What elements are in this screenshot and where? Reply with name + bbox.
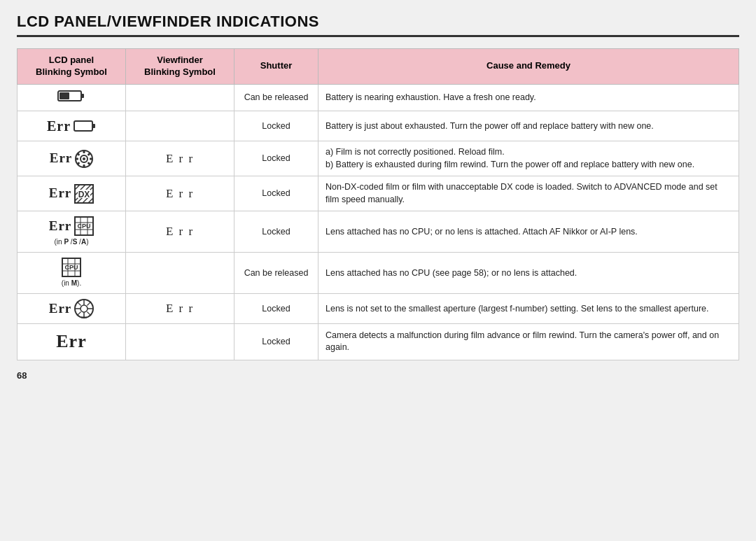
table-row: Err Locked Battery is just about exhaust… <box>18 111 739 141</box>
lcd-symbol-cell: Err min <box>18 294 126 324</box>
cpu-m-icon: CPU <box>62 258 81 277</box>
svg-rect-8 <box>83 150 85 153</box>
cause-cell: Lens is not set to the smallest aperture… <box>318 294 739 324</box>
svg-text:min: min <box>81 315 87 319</box>
table-row: Err min <box>18 294 739 324</box>
mode-label: (in P /S /A) <box>55 237 89 247</box>
cause-cell: Battery is just about exhausted. Turn th… <box>318 111 739 141</box>
battery-low-icon <box>57 90 85 102</box>
svg-rect-9 <box>83 164 85 167</box>
svg-text:DX: DX <box>78 190 90 199</box>
err-vf-icon: E r r <box>166 302 194 315</box>
table-row: Err Locked Camera detects a malfunction … <box>18 324 739 360</box>
cause-cell: Camera detects a malfunction during film… <box>318 324 739 360</box>
cause-cell: a) Film is not correctly positioned. Rel… <box>318 141 739 176</box>
lcd-symbol-cell: Err <box>18 141 126 176</box>
page-number: 68 <box>17 370 739 381</box>
err-text-icon: Err <box>47 116 71 136</box>
shutter-cell: Locked <box>234 294 318 324</box>
shutter-cell: Locked <box>234 111 318 141</box>
shutter-cell: Locked <box>234 324 318 360</box>
vf-symbol-cell <box>126 111 234 141</box>
lcd-symbol-cell: CPU (in M). <box>18 253 126 294</box>
svg-line-45 <box>88 302 92 306</box>
err-text-icon: Err <box>49 217 72 236</box>
vf-symbol-cell: E r r <box>126 176 234 211</box>
err-text-icon: Err <box>50 149 73 168</box>
table-row: Err <box>18 141 739 176</box>
lcd-symbol-cell <box>18 84 126 111</box>
err-plain-icon: Err <box>56 331 86 351</box>
lcd-symbol-cell: Err <box>18 111 126 141</box>
svg-line-44 <box>88 312 92 316</box>
lcd-symbol-cell: Err <box>18 324 126 360</box>
page-title: LCD PANEL/VIEWFINDER INDICATIONS <box>17 13 739 37</box>
vf-symbol-cell <box>126 253 234 294</box>
vf-symbol-cell: E r r <box>126 211 234 253</box>
shutter-cell: Locked <box>234 176 318 211</box>
film-icon <box>75 150 93 168</box>
err-vf-icon: E r r <box>166 187 194 200</box>
table-row: Err CPU (in <box>18 211 739 253</box>
col-header-shutter: Shutter <box>234 49 318 85</box>
svg-point-7 <box>83 157 85 160</box>
vf-symbol-cell: E r r <box>126 294 234 324</box>
table-row: CPU (in M). Can be released Lens attache… <box>18 253 739 294</box>
page-container: LCD PANEL/VIEWFINDER INDICATIONS LCD pan… <box>0 0 756 541</box>
svg-line-17 <box>75 185 80 190</box>
cause-cell: Lens attached has no CPU (see page 58); … <box>318 253 739 294</box>
vf-symbol-cell <box>126 84 234 111</box>
svg-rect-4 <box>92 124 95 128</box>
svg-text:CPU: CPU <box>78 223 91 230</box>
shutter-cell: Locked <box>234 141 318 176</box>
cause-cell: Battery is nearing exhaustion. Have a fr… <box>318 84 739 111</box>
svg-point-38 <box>80 305 88 312</box>
svg-line-43 <box>77 302 81 306</box>
vf-symbol-cell: E r r <box>126 141 234 176</box>
cause-cell: Lens attached has no CPU; or no lens is … <box>318 211 739 253</box>
battery-empty-icon <box>74 120 96 132</box>
err-text-icon: Err <box>49 184 72 203</box>
cpu-icon: CPU <box>74 216 94 236</box>
vf-symbol-cell <box>126 324 234 360</box>
indications-table: LCD panel Blinking Symbol Viewfinder Bli… <box>17 48 739 360</box>
shutter-cell: Can be released <box>234 253 318 294</box>
dx-icon: DX <box>74 184 94 204</box>
err-text-icon: Err <box>49 300 72 318</box>
err-vf-icon: E r r <box>166 152 194 165</box>
table-row: Can be released Battery is nearing exhau… <box>18 84 739 111</box>
svg-rect-2 <box>59 92 69 99</box>
shutter-cell: Locked <box>234 211 318 253</box>
svg-rect-3 <box>74 121 92 131</box>
svg-rect-11 <box>90 157 92 160</box>
svg-text:CPU: CPU <box>64 264 78 271</box>
col-header-lcd: LCD panel Blinking Symbol <box>18 49 126 85</box>
col-header-cause: Cause and Remedy <box>318 49 739 85</box>
lcd-symbol-cell: Err CPU (in <box>18 211 126 253</box>
shutter-cell: Can be released <box>234 84 318 111</box>
svg-rect-10 <box>76 157 78 160</box>
svg-rect-1 <box>81 94 84 98</box>
mode-label-m: (in M). <box>62 279 81 288</box>
table-row: Err DX <box>18 176 739 211</box>
cause-cell: Non-DX-coded film or film with unaccepta… <box>318 176 739 211</box>
aperture-icon: min <box>74 299 94 318</box>
svg-line-46 <box>77 312 81 316</box>
lcd-symbol-cell: Err DX <box>18 176 126 211</box>
col-header-vf: Viewfinder Blinking Symbol <box>126 49 234 85</box>
err-vf-icon: E r r <box>166 225 194 238</box>
